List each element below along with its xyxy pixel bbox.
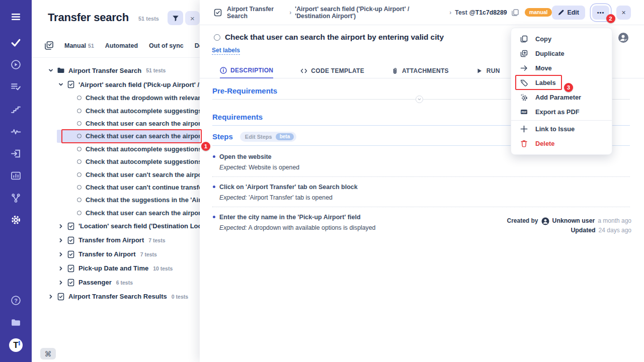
list-close-button[interactable]: ×	[185, 11, 200, 25]
parameter-gear-icon	[520, 94, 528, 101]
breadcrumb-suite[interactable]: 'Airport' search field ('Pick-up Airport…	[295, 6, 446, 20]
runs-play-icon[interactable]	[0, 56, 32, 73]
tab-manual[interactable]: Manual51	[64, 42, 94, 49]
plans-list-icon[interactable]	[0, 78, 32, 95]
tree-suite[interactable]: Airport Transfer Search Results 0 tests	[32, 290, 200, 304]
author-name: Unknown user	[552, 216, 595, 226]
test-title-row: Check that user can search the airport b…	[214, 33, 444, 42]
menu-item-move[interactable]: Move	[511, 61, 612, 75]
tab-label: Automated	[105, 42, 138, 49]
projects-folder-icon[interactable]	[0, 314, 32, 331]
chevron-down-icon[interactable]	[58, 82, 63, 87]
folder-icon	[57, 66, 65, 74]
test-status-icon	[77, 121, 82, 126]
collapse-toggle[interactable]	[416, 96, 423, 103]
menu-icon[interactable]	[0, 8, 32, 25]
chevron-down-icon[interactable]	[48, 68, 53, 73]
edit-button[interactable]: Edit	[552, 6, 585, 20]
test-status-icon	[214, 34, 220, 41]
logo-letter: T	[13, 341, 18, 349]
beta-badge: beta	[276, 133, 294, 140]
menu-item-add-parameter[interactable]: Add Parameter	[511, 90, 612, 105]
tree-suite[interactable]: 'Airport' search field ('Pick-up Airport…	[32, 77, 200, 92]
menu-item-copy[interactable]: Copy	[511, 32, 612, 46]
copy-id-icon[interactable]	[512, 9, 519, 16]
menu-item-labels[interactable]: Labels 3	[511, 75, 612, 90]
tree-item-label: 'Location' search field ('Destination Lo…	[78, 222, 200, 230]
tree-suite[interactable]: Passenger 6 tests	[32, 276, 200, 290]
tree-test[interactable]: Check that user can't search the airport…	[32, 168, 200, 180]
tab-automated[interactable]: Automated	[105, 42, 138, 49]
expected-label: Expected:	[219, 194, 247, 201]
assignee-avatar[interactable]	[618, 32, 629, 43]
keyboard-shortcut-hint[interactable]: ⌘	[40, 348, 56, 359]
tab-attachments[interactable]: ATTACHMENTS	[391, 63, 449, 78]
help-icon[interactable]: ?	[0, 292, 32, 309]
tree-suite[interactable]: Transfer from Airport 7 tests	[32, 233, 200, 247]
test-status-icon	[77, 96, 82, 100]
tree-item-label: Check that user can search the airport b…	[86, 209, 200, 217]
tree-suite[interactable]: Pick-up Date and Time 10 tests	[32, 261, 200, 276]
settings-gear-icon[interactable]	[0, 211, 32, 228]
edit-steps-toggle[interactable]: Edit Steps beta	[240, 132, 296, 142]
filter-button[interactable]	[168, 11, 183, 25]
tree-test[interactable]: Check that user can't continue transfer …	[32, 181, 200, 194]
tree-test[interactable]: Check that autocomplete suggestions are …	[32, 155, 200, 168]
svg-text:?: ?	[14, 297, 18, 303]
edit-label: Edit	[567, 9, 579, 16]
tree-item-label: Check that user can't search the airport…	[86, 171, 200, 178]
milestones-branch-icon[interactable]	[0, 189, 32, 206]
tree-test[interactable]: Check that autocomplete suggestings are …	[32, 104, 200, 117]
menu-item-duplicate[interactable]: Duplicate	[511, 46, 612, 61]
tree-item-label: Check that the suggestions in the 'Airpo…	[86, 196, 200, 204]
breadcrumb-suite-root[interactable]: Airport Transfer Search	[227, 6, 286, 20]
menu-item-export-pdf[interactable]: PDF Export as PDF	[511, 105, 612, 119]
tree-suite[interactable]: 'Location' search field ('Destination Lo…	[32, 219, 200, 233]
tree-test[interactable]: Check that user can search the airport b…	[32, 207, 200, 219]
tree-item-label: Transfer to Airport	[78, 250, 136, 258]
menu-item-label: Link to Issue	[535, 125, 575, 133]
tab-out-of-sync[interactable]: Out of sync	[149, 42, 184, 49]
select-all-icon[interactable]	[45, 41, 53, 50]
arrow-right-icon	[520, 64, 528, 72]
tab-deleted[interactable]: De	[195, 42, 200, 49]
tree-suite[interactable]: Transfer to Airport 7 tests	[32, 247, 200, 261]
app-logo[interactable]: T	[0, 336, 32, 353]
tree-test[interactable]: Check that autocomplete suggestions are …	[32, 143, 200, 155]
tree-test[interactable]: Check that the suggestions in the 'Airpo…	[32, 194, 200, 206]
step-item: Click on 'Airport Transfer' tab on Searc…	[212, 183, 630, 202]
author-avatar	[541, 217, 549, 225]
detail-actions: Edit ••• 2 ×	[552, 6, 631, 20]
tests-check-icon[interactable]	[0, 34, 32, 51]
steps-stairs-icon[interactable]	[0, 101, 32, 118]
annotation-box-labels	[515, 75, 562, 90]
tab-code-template[interactable]: CODE TEMPLATE	[300, 63, 364, 78]
chevron-right-icon[interactable]	[58, 280, 63, 285]
chevron-right-icon[interactable]	[48, 294, 53, 299]
chevron-right-icon[interactable]	[58, 238, 63, 243]
menu-item-label: Export as PDF	[535, 108, 579, 116]
tab-run[interactable]: RUN	[476, 63, 500, 78]
paperclip-icon	[391, 67, 398, 74]
expected-value: Website is opened	[249, 164, 299, 171]
tree-folder[interactable]: Airport Transfer Search 51 tests	[32, 63, 200, 77]
tree-test[interactable]: Check that the dropdown with relevant su…	[32, 92, 200, 104]
reports-chart-icon[interactable]	[0, 167, 32, 184]
chevron-right-icon[interactable]	[58, 224, 63, 229]
tree-item-count: 7 tests	[148, 237, 165, 243]
detail-close-button[interactable]: ×	[616, 6, 631, 20]
activity-pulse-icon[interactable]	[0, 123, 32, 140]
plus-icon	[520, 125, 528, 133]
menu-item-link-to-issue[interactable]: Link to Issue	[511, 122, 612, 136]
list-filter-tabs: Manual51 Automated Out of sync De	[45, 41, 200, 50]
import-icon[interactable]	[0, 145, 32, 162]
menu-item-delete[interactable]: Delete	[511, 136, 612, 151]
tree-test[interactable]: Check that user can search the airport b…	[32, 117, 200, 130]
chevron-right-icon[interactable]	[58, 252, 63, 257]
chevron-right-icon[interactable]	[58, 266, 63, 271]
more-actions-button[interactable]: ••• 2	[592, 6, 609, 20]
set-labels-link[interactable]: Set labels	[212, 47, 240, 55]
suite-doc-icon	[67, 279, 75, 287]
suite-doc-icon	[67, 80, 75, 88]
tab-description[interactable]: DESCRIPTION	[220, 63, 273, 78]
